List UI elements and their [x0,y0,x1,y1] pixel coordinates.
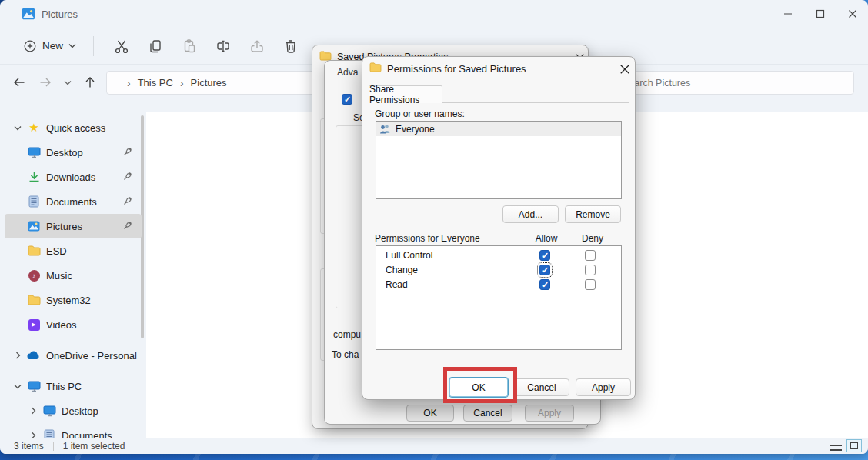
allow-full-control-checkbox[interactable] [539,250,550,261]
window-title: Pictures [42,8,78,20]
chevron-down-icon[interactable] [11,125,25,131]
dialog-title-bar: Permissions for Saved Pictures [362,57,635,80]
deny-change-checkbox[interactable] [585,265,596,275]
share-this-folder-checkbox[interactable] [342,94,352,105]
title-bar: Pictures [0,0,868,28]
group-names-listbox[interactable]: Everyone [376,121,622,199]
copy-button[interactable] [139,34,172,58]
computer-fragment: compu [333,329,361,340]
folder-icon [26,293,42,307]
forward-button[interactable] [32,71,58,94]
cancel-button[interactable]: Cancel [463,405,512,422]
maximize-button[interactable] [816,9,825,18]
new-button[interactable]: New [15,35,84,58]
close-button[interactable] [848,9,857,18]
sidebar-item-desktop[interactable]: Desktop [5,140,142,165]
chevron-right-icon[interactable] [11,352,25,359]
share-button[interactable] [240,34,274,58]
folder-icon [369,62,382,72]
permission-row-full-control: Full Control [376,250,621,265]
chevron-right-icon[interactable] [26,407,40,415]
download-icon [26,170,42,184]
sidebar-item-videos[interactable]: ▶ Videos [5,312,142,337]
apply-button[interactable]: Apply [525,405,574,422]
cancel-button[interactable]: Cancel [514,378,569,396]
highlight-box [443,367,517,403]
item-count: 3 items [14,441,44,452]
ok-button[interactable]: OK [406,405,454,422]
folder-icon [26,244,42,258]
allow-change-checkbox[interactable] [539,265,550,275]
dialog-title-fragment: Adva [337,67,358,78]
pin-icon [123,172,132,181]
permission-row-read: Read [376,279,621,294]
rename-button[interactable] [206,34,240,58]
permission-name: Full Control [386,250,432,261]
group-names-label: Group or user names: [375,108,465,119]
details-view-icon[interactable] [830,442,842,451]
chevron-down-icon[interactable] [11,384,25,389]
pin-icon [123,196,132,205]
permissions-header: Permissions for Everyone [375,233,480,244]
change-fragment: To cha [332,349,359,360]
breadcrumb-chevron-icon: › [180,77,184,89]
tab-share-permissions[interactable]: Share Permissions [369,85,442,103]
remove-button[interactable]: Remove [565,205,621,223]
up-button[interactable] [77,71,103,94]
deny-read-checkbox[interactable] [585,279,596,290]
status-divider [53,442,54,451]
sidebar-item-onedrive[interactable]: OneDrive - Personal [5,343,142,368]
close-icon[interactable] [619,63,631,75]
permissions-listbox[interactable]: Full Control Change Read [376,245,622,350]
document-icon [26,195,42,208]
sidebar-item-desktop-pc[interactable]: Desktop [5,398,142,423]
search-input[interactable]: Search Pictures [612,71,854,95]
pin-icon [123,221,132,230]
back-button[interactable] [6,71,32,94]
monitor-icon [26,145,42,159]
sidebar-item-music[interactable]: ♪ Music [5,263,142,288]
thumbnail-view-icon[interactable] [846,439,862,452]
permissions-dialog: Permissions for Saved Pictures Share Per… [362,56,636,400]
monitor-icon [26,379,42,393]
navigation-pane: ★ Quick access Desktop Downloads Documen… [0,112,146,438]
deny-column-header: Deny [573,233,612,244]
star-icon: ★ [26,121,42,135]
sidebar-item-documents[interactable]: Documents [5,189,142,214]
sidebar-item-esd[interactable]: ESD [5,238,142,263]
breadcrumb-pictures[interactable]: Pictures [191,77,227,88]
sidebar-item-downloads[interactable]: Downloads [5,165,142,189]
selection-count: 1 item selected [63,441,125,452]
toolbar-separator [93,36,94,56]
allow-column-header: Allow [527,233,566,244]
pictures-icon [26,219,42,233]
permission-name: Change [386,265,418,275]
permission-name: Read [386,279,408,290]
list-item-everyone[interactable]: Everyone [376,122,621,136]
recent-locations-chevron[interactable] [58,71,77,94]
minimize-button[interactable] [783,9,793,18]
video-icon: ▶ [26,318,42,332]
plus-circle-icon [23,39,37,53]
group-users-icon [379,124,391,134]
add-button[interactable]: Add... [502,205,559,223]
apply-button[interactable]: Apply [576,378,631,396]
group-name: Everyone [396,124,435,135]
pictures-app-icon [22,7,35,21]
pin-icon [123,147,132,156]
dialog-title: Permissions for Saved Pictures [387,63,526,75]
status-bar: 3 items 1 item selected [0,438,868,454]
sidebar-item-quick-access[interactable]: ★ Quick access [5,115,142,140]
breadcrumb-this-pc[interactable]: This PC [138,77,173,88]
chevron-down-icon [68,43,76,48]
deny-full-control-checkbox[interactable] [585,250,596,261]
sidebar-item-pictures[interactable]: Pictures [5,214,142,238]
allow-read-checkbox[interactable] [539,279,550,290]
permission-row-change: Change [376,265,621,279]
sidebar-item-this-pc[interactable]: This PC [5,374,142,398]
sidebar-item-system32[interactable]: System32 [5,288,142,312]
cut-button[interactable] [105,34,139,58]
music-icon: ♪ [26,268,42,282]
delete-button[interactable] [274,34,308,58]
paste-button[interactable] [172,34,206,58]
